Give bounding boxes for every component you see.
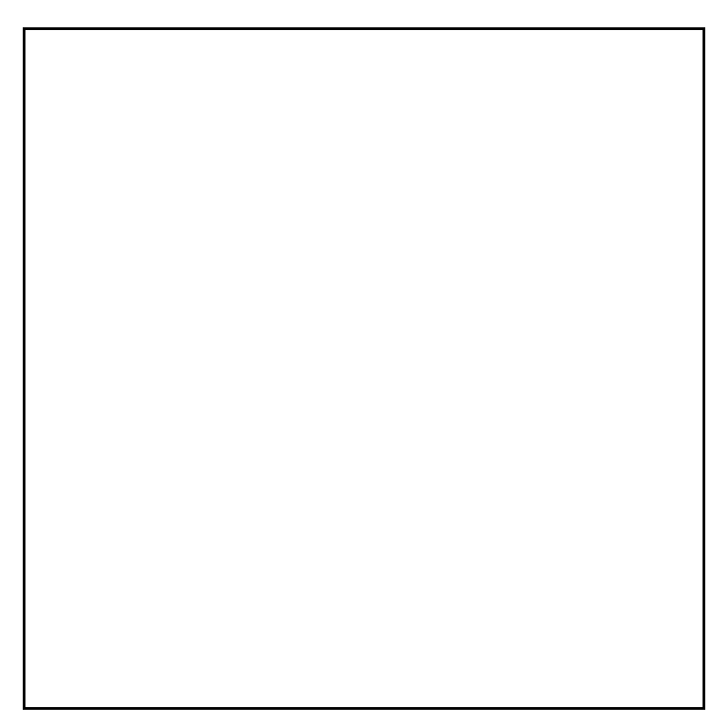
chart-container: [0, 0, 728, 728]
plot-area: [23, 27, 705, 710]
curve-line: [25, 30, 703, 707]
